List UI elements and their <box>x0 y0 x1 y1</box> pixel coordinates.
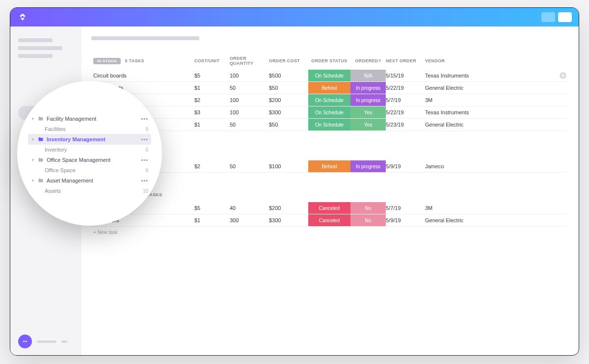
cell-cost[interactable]: $2 <box>194 94 230 106</box>
cell-next[interactable]: 5/7/19 <box>386 202 425 214</box>
cell-ordered[interactable]: No <box>350 214 386 226</box>
new-task-button[interactable]: + New task <box>91 227 567 244</box>
cell-cost[interactable]: $5 <box>194 202 230 214</box>
cell-next[interactable]: 5/7/19 <box>386 94 425 106</box>
col-qty[interactable]: ORDER QUANTITY <box>230 56 269 66</box>
sidebar-zoom-overlay: ▼Facility Management•••Facilities9▼Inven… <box>17 81 162 226</box>
topbar-button-1[interactable] <box>541 12 555 22</box>
col-ordercost[interactable]: ORDER COST <box>269 58 308 63</box>
cell-qty[interactable]: 50 <box>230 82 269 94</box>
table-row[interactable]: Cases $5 40 $200 Canceled No 5/7/19 3M <box>91 202 567 214</box>
cell-vendor[interactable]: 3M <box>425 202 567 214</box>
sidebar-subitem[interactable]: Inventory6 <box>28 145 151 155</box>
cell-vendor[interactable]: Jameco <box>425 160 567 172</box>
cell-ordercost[interactable]: $300 <box>269 214 308 226</box>
cell-status[interactable]: Behind <box>308 82 350 94</box>
table-row[interactable]: Power cords $1 50 $50 Behind In progress… <box>91 82 567 94</box>
cell-status[interactable]: On Schedule <box>308 106 350 118</box>
more-icon[interactable]: ••• <box>141 178 148 183</box>
table-row[interactable]: Ribbon cables $1 50 $50 On Schedule Yes … <box>91 119 567 131</box>
cell-ordercost[interactable]: $50 <box>269 82 308 94</box>
cell-ordercost[interactable]: $300 <box>269 106 308 118</box>
cell-next[interactable]: 5/9/19 <box>386 160 425 172</box>
cell-ordered[interactable]: N/A <box>350 70 386 81</box>
cell-qty[interactable]: 50 <box>230 119 269 130</box>
cell-next[interactable]: 5/15/19 <box>386 70 425 81</box>
sidebar-folder[interactable]: ▼Facility Management••• <box>28 113 151 124</box>
cell-ordercost[interactable]: $100 <box>269 160 308 172</box>
subitem-count: 9 <box>145 127 148 132</box>
cell-cost[interactable]: $3 <box>194 106 230 118</box>
cell-vendor[interactable]: General Electric <box>425 82 567 94</box>
topbar <box>10 8 579 26</box>
table-row[interactable]: Circuit boards $5 100 $500 On Schedule N… <box>91 70 567 82</box>
cell-status[interactable]: Canceled <box>308 202 350 214</box>
col-vendor[interactable]: VENDOR <box>425 58 567 63</box>
cell-ordercost[interactable]: $50 <box>269 119 308 130</box>
cell-ordercost[interactable]: $200 <box>269 94 308 106</box>
new-task-button[interactable]: + New task <box>91 173 567 190</box>
more-icon[interactable]: ••• <box>141 157 148 163</box>
table-row[interactable]: Displays $3 100 $300 On Schedule Yes 5/2… <box>91 106 567 119</box>
cell-ordered[interactable]: In progress <box>350 94 386 106</box>
cell-name[interactable]: Circuit boards <box>91 70 194 81</box>
cell-ordered[interactable]: No <box>350 202 386 214</box>
cell-ordercost[interactable]: $200 <box>269 202 308 214</box>
new-task-button[interactable]: + New task <box>91 131 567 148</box>
sidebar-subitem[interactable]: Facilities9 <box>28 124 151 134</box>
col-cost[interactable]: COST/UNIT <box>194 58 230 63</box>
cell-next[interactable]: 5/22/19 <box>386 82 425 94</box>
cell-vendor[interactable]: 3M <box>425 94 567 106</box>
cell-next[interactable]: 5/9/19 <box>386 214 425 226</box>
cell-qty[interactable]: 40 <box>230 202 269 214</box>
cell-status[interactable]: On Schedule <box>308 94 350 106</box>
topbar-button-2[interactable] <box>558 12 572 22</box>
table-row[interactable]: USB cords $2 50 $100 Behind In progress … <box>91 160 567 173</box>
col-status[interactable]: ORDER STATUS <box>308 58 350 63</box>
subitem-label: Inventory <box>45 147 67 153</box>
more-icon[interactable]: ••• <box>141 136 148 142</box>
cell-qty[interactable]: 100 <box>230 70 269 81</box>
cell-vendor[interactable]: Texas Instruments <box>425 106 567 118</box>
cell-cost[interactable]: $1 <box>194 214 230 226</box>
table-row[interactable]: Capacitors $1 300 $300 Canceled No 5/9/1… <box>91 214 567 227</box>
sidebar-subitem[interactable]: Office Space8 <box>28 165 151 175</box>
cell-ordered[interactable]: Yes <box>350 119 386 130</box>
sidebar-folder[interactable]: ▼Asset Management••• <box>28 175 151 186</box>
cell-vendor[interactable]: General Electric <box>425 119 567 130</box>
more-icon[interactable]: ••• <box>141 116 148 122</box>
cell-status[interactable]: On Schedule <box>308 70 350 81</box>
subitem-label: Office Space <box>45 167 76 173</box>
table-row[interactable]: Housing shells $2 100 $200 On Schedule I… <box>91 94 567 106</box>
cell-cost[interactable]: $5 <box>194 70 230 81</box>
cell-status[interactable]: Behind <box>308 160 350 172</box>
cell-vendor[interactable]: Texas Instruments <box>425 70 567 81</box>
cell-vendor[interactable]: General Electric <box>425 214 567 226</box>
cell-ordered[interactable]: Yes <box>350 106 386 118</box>
sidebar-folder[interactable]: ▼Inventory Management••• <box>28 134 151 145</box>
cell-ordered[interactable]: In progress <box>350 160 386 172</box>
chat-icon[interactable] <box>18 335 32 348</box>
add-column-icon[interactable] <box>559 72 567 81</box>
sidebar-subitem[interactable]: Assets10 <box>28 186 151 196</box>
col-ordered[interactable]: ORDERED? <box>350 58 386 63</box>
cell-status[interactable]: On Schedule <box>308 119 350 130</box>
cell-next[interactable]: 5/22/19 <box>386 106 425 118</box>
group-badge[interactable]: IN STOCK <box>93 58 121 64</box>
cell-ordercost[interactable]: $500 <box>269 70 308 81</box>
cell-cost[interactable]: $1 <box>194 82 230 94</box>
sidebar-placeholder <box>18 54 53 58</box>
cell-cost[interactable]: $2 <box>194 160 230 172</box>
cell-ordered[interactable]: In progress <box>350 82 386 94</box>
cell-qty[interactable]: 100 <box>230 94 269 106</box>
cell-next[interactable]: 5/23/19 <box>386 119 425 130</box>
cell-cost[interactable]: $1 <box>194 119 230 130</box>
sidebar-folder[interactable]: ▼Office Space Management••• <box>28 155 151 165</box>
col-next[interactable]: NEXT ORDER <box>386 58 425 63</box>
folder-label: Facility Management <box>47 116 138 122</box>
cell-qty[interactable]: 100 <box>230 106 269 118</box>
app-logo-icon[interactable] <box>17 12 28 23</box>
cell-qty[interactable]: 50 <box>230 160 269 172</box>
cell-status[interactable]: Canceled <box>308 214 350 226</box>
cell-qty[interactable]: 300 <box>230 214 269 226</box>
